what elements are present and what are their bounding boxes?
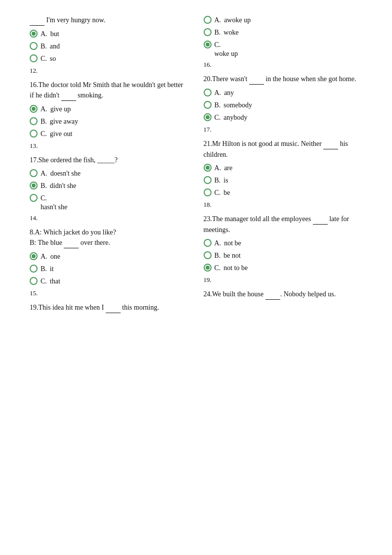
option-23-b[interactable]: B. be not xyxy=(204,250,363,261)
question-21-text: 21.Mr Hilton is not good at music. Neith… xyxy=(204,139,363,160)
option-17-c[interactable]: C. xyxy=(30,193,189,203)
radio-20-b[interactable] xyxy=(204,101,212,109)
radio-17-a[interactable] xyxy=(30,169,38,177)
option-16-a[interactable]: A. give up xyxy=(30,104,189,114)
radio-16-a[interactable] xyxy=(30,105,38,113)
radio-11-c[interactable] xyxy=(30,54,38,62)
question-24-text: 24.We built the house . Nobody helped us… xyxy=(204,289,363,300)
question-16: 16.The doctor told Mr Smith that he woul… xyxy=(30,80,189,150)
radio-8-c[interactable] xyxy=(30,277,38,285)
option-8-b[interactable]: B. it xyxy=(30,264,189,274)
option-label-17-c: C. xyxy=(41,193,47,203)
option-text-11-b: and xyxy=(50,41,60,51)
question-17-text: 17.She ordered the fish, _____? xyxy=(30,155,189,165)
radio-17-b[interactable] xyxy=(30,182,38,189)
option-text-17-a: doesn't she xyxy=(50,168,81,179)
option-label-21-b: B. xyxy=(215,175,221,185)
question-11: I'm very hungry now. A. but B. and C. so… xyxy=(30,15,189,75)
option-r-c[interactable]: C. xyxy=(204,40,363,50)
option-16-c[interactable]: C. give out xyxy=(30,129,189,139)
number-15: 15. xyxy=(30,289,189,297)
radio-23-b[interactable] xyxy=(204,251,212,259)
option-20-a[interactable]: A. any xyxy=(204,88,363,98)
option-text-11-c: so xyxy=(50,53,56,64)
radio-20-c[interactable] xyxy=(204,113,212,121)
option-text-16-b: give away xyxy=(50,116,78,127)
number-16-r: 16. xyxy=(204,61,363,69)
option-23-c[interactable]: C. not to be xyxy=(204,263,363,273)
radio-21-c[interactable] xyxy=(204,188,212,196)
radio-16-c[interactable] xyxy=(30,130,38,138)
option-text-8-c: that xyxy=(50,276,60,286)
option-text-r-b: woke xyxy=(223,27,238,38)
question-21: 21.Mr Hilton is not good at music. Neith… xyxy=(204,139,363,209)
option-8-a[interactable]: A. one xyxy=(30,251,189,262)
option-text-21-a: are xyxy=(224,163,232,173)
option-r-b[interactable]: B. woke xyxy=(204,27,363,38)
option-text-20-a: any xyxy=(224,88,234,98)
option-17-a[interactable]: A. doesn't she xyxy=(30,168,189,179)
option-21-b[interactable]: B. is xyxy=(204,175,363,185)
option-16-b[interactable]: B. give away xyxy=(30,116,189,127)
left-column: I'm very hungry now. A. but B. and C. so… xyxy=(30,15,189,318)
option-20-b[interactable]: B. somebody xyxy=(204,100,363,110)
radio-23-a[interactable] xyxy=(204,239,212,247)
option-text-20-b: somebody xyxy=(223,100,252,110)
option-text-8-a: one xyxy=(50,251,60,262)
number-17-r: 17. xyxy=(204,126,363,134)
option-label-16-b: B. xyxy=(41,116,47,127)
radio-r-c[interactable] xyxy=(204,41,212,48)
option-r-a[interactable]: A. awoke up xyxy=(204,15,363,25)
option-23-a[interactable]: A. not be xyxy=(204,238,363,248)
number-18-r: 18. xyxy=(204,201,363,209)
option-11-b[interactable]: B. and xyxy=(30,41,189,51)
option-label-23-c: C. xyxy=(215,263,221,273)
radio-20-a[interactable] xyxy=(204,89,212,96)
option-label-23-b: B. xyxy=(215,250,221,261)
radio-16-b[interactable] xyxy=(30,117,38,125)
question-24: 24.We built the house . Nobody helped us… xyxy=(204,289,363,300)
option-label-16-c: C. xyxy=(41,129,47,139)
option-label-r-a: A. xyxy=(215,15,221,25)
question-23-text: 23.The manager told all the employees la… xyxy=(204,214,363,235)
option-label-8-b: B. xyxy=(41,264,47,274)
question-8: 8.A: Which jacket do you like? B: The bl… xyxy=(30,227,189,297)
option-text-16-c: give out xyxy=(50,129,73,139)
radio-23-c[interactable] xyxy=(204,264,212,272)
radio-11-b[interactable] xyxy=(30,42,38,50)
radio-r-b[interactable] xyxy=(204,28,212,36)
radio-8-a[interactable] xyxy=(30,252,38,260)
radio-r-a[interactable] xyxy=(204,16,212,24)
option-label-20-c: C. xyxy=(215,112,221,123)
option-label-17-b: B. xyxy=(41,181,47,191)
option-label-r-b: B. xyxy=(215,27,221,38)
option-label-20-b: B. xyxy=(215,100,221,110)
option-17-c-cont: hasn't she xyxy=(41,203,189,211)
option-11-c[interactable]: C. so xyxy=(30,53,189,64)
number-14: 14. xyxy=(30,214,189,222)
option-8-c[interactable]: C. that xyxy=(30,276,189,286)
question-11-text: I'm very hungry now. xyxy=(30,15,189,26)
option-text-23-a: not be xyxy=(224,238,241,248)
option-label-20-a: A. xyxy=(215,88,221,98)
option-11-a[interactable]: A. but xyxy=(30,29,189,39)
option-21-c[interactable]: C. be xyxy=(204,187,363,198)
option-label-11-b: B. xyxy=(41,41,47,51)
option-21-a[interactable]: A. are xyxy=(204,163,363,173)
option-17-b[interactable]: B. didn't she xyxy=(30,181,189,191)
option-label-8-c: C. xyxy=(41,276,47,286)
radio-21-b[interactable] xyxy=(204,176,212,184)
number-12: 12. xyxy=(30,67,189,75)
radio-21-a[interactable] xyxy=(204,164,212,172)
radio-8-b[interactable] xyxy=(30,265,38,273)
question-23: 23.The manager told all the employees la… xyxy=(204,214,363,284)
option-label-21-a: A. xyxy=(215,163,221,173)
option-text-21-c: be xyxy=(223,187,230,198)
option-20-c[interactable]: C. anybody xyxy=(204,112,363,123)
option-label-21-c: C. xyxy=(215,187,221,198)
option-text-23-c: not to be xyxy=(223,263,248,273)
radio-11-a[interactable] xyxy=(30,30,38,38)
option-label-11-a: A. xyxy=(41,29,47,39)
radio-17-c[interactable] xyxy=(30,194,38,202)
question-17: 17.She ordered the fish, _____? A. doesn… xyxy=(30,155,189,222)
